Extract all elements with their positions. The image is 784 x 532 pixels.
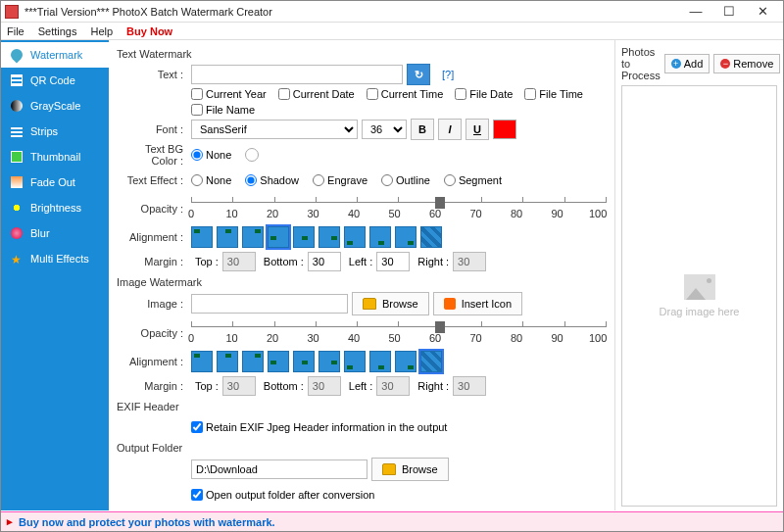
sidebar-item-brightness[interactable]: Brightness [1, 195, 109, 220]
align-ml[interactable] [268, 226, 289, 248]
image-margin-bottom [308, 376, 341, 396]
chk-current-date[interactable]: Current Date [278, 88, 355, 100]
text-help-link[interactable]: [?] [442, 69, 454, 80]
align-mr[interactable] [318, 226, 340, 248]
sidebar-item-label: Brightness [30, 202, 81, 214]
align-tc[interactable] [217, 226, 238, 248]
menu-buy-now[interactable]: Buy Now [126, 25, 172, 37]
chk-current-time[interactable]: Current Time [367, 88, 444, 100]
watermark-text-input[interactable] [191, 65, 403, 84]
photos-panel: Photos to Process +Add −Remove Drag imag… [614, 40, 783, 510]
align-bl[interactable] [344, 226, 366, 248]
menubar: File Settings Help Buy Now [1, 23, 783, 40]
text-opacity-slider[interactable]: 0102030405060708090100 [191, 194, 607, 223]
effect-engrave[interactable]: Engrave [313, 174, 368, 186]
close-button[interactable]: ✕ [746, 2, 779, 22]
image-label: Image : [117, 298, 191, 310]
text-margin-left[interactable] [376, 252, 410, 271]
ialign-ml[interactable] [268, 351, 289, 372]
ialign-tc[interactable] [217, 351, 238, 372]
ialign-mr[interactable] [318, 351, 340, 372]
menu-settings[interactable]: Settings [38, 25, 77, 37]
align-tile[interactable] [420, 226, 442, 248]
text-margin-bottom[interactable] [308, 252, 341, 271]
image-opacity-label: Opacity : [117, 327, 191, 339]
remove-photo-button[interactable]: −Remove [713, 54, 780, 73]
bg-color-label: Text BG Color : [117, 143, 191, 167]
image-margin-left [376, 376, 410, 396]
group-output: Output Folder [117, 442, 607, 454]
drop-hint: Drag image here [660, 306, 740, 317]
sidebar-item-watermark[interactable]: Watermark [1, 42, 109, 68]
chk-retain-exif[interactable]: Retain EXIF Jpeg Header information in t… [191, 421, 447, 433]
align-tl[interactable] [191, 226, 213, 248]
image-path-input[interactable] [191, 294, 348, 314]
effect-none[interactable]: None [191, 174, 231, 186]
ialign-bl[interactable] [344, 351, 366, 372]
bg-color-picker[interactable] [245, 148, 259, 162]
ialign-bc[interactable] [369, 351, 391, 372]
align-br[interactable] [395, 226, 416, 248]
add-photo-button[interactable]: +Add [664, 54, 710, 73]
sidebar-item-label: Multi Effects [30, 253, 89, 265]
window-title: ***Trial Version*** PhotoX Batch Waterma… [24, 6, 679, 18]
font-select[interactable]: SansSerif [191, 120, 358, 139]
underline-button[interactable]: U [466, 119, 489, 140]
sidebar-item-blur[interactable]: Blur [1, 220, 109, 246]
ialign-br[interactable] [395, 351, 416, 372]
sidebar-item-strips[interactable]: Strips [1, 119, 109, 144]
ialign-tl[interactable] [191, 351, 213, 372]
group-text-watermark: Text Watermark [117, 48, 607, 60]
sidebar-item-label: Thumbnail [30, 151, 80, 163]
bold-button[interactable]: B [411, 119, 434, 140]
star-icon: ★ [11, 253, 23, 265]
footer-message[interactable]: Buy now and protect your photos with wat… [19, 516, 275, 528]
chk-file-name[interactable]: File Name [191, 104, 255, 116]
maximize-button[interactable]: ☐ [712, 2, 746, 22]
text-label: Text : [117, 69, 191, 80]
align-tr[interactable] [242, 226, 264, 248]
image-opacity-slider[interactable]: 0102030405060708090100 [191, 318, 607, 348]
folder-icon [382, 463, 396, 475]
image-margin-top [222, 376, 256, 396]
italic-button[interactable]: I [438, 119, 462, 140]
menu-help[interactable]: Help [90, 25, 113, 37]
sidebar-item-fadeout[interactable]: Fade Out [1, 169, 109, 195]
effect-shadow[interactable]: Shadow [245, 174, 299, 186]
text-refresh-button[interactable]: ↻ [407, 64, 430, 85]
sidebar-item-label: Watermark [30, 49, 82, 61]
ialign-tile[interactable] [420, 351, 442, 372]
sidebar: Watermark QR Code GrayScale Strips Thumb… [1, 40, 109, 510]
menu-file[interactable]: File [7, 25, 24, 37]
ialign-mc[interactable] [293, 351, 315, 372]
droplet-icon [9, 47, 25, 64]
sidebar-item-label: Fade Out [30, 176, 75, 188]
align-bc[interactable] [369, 226, 391, 248]
drop-zone[interactable]: Drag image here [621, 85, 777, 507]
effect-segment[interactable]: Segment [444, 174, 502, 186]
chk-open-after[interactable]: Open output folder after conversion [191, 489, 374, 501]
font-size-select[interactable]: 36 [362, 120, 407, 139]
minimize-button[interactable]: — [679, 2, 712, 22]
minus-icon: − [720, 59, 730, 69]
sidebar-item-label: GrayScale [30, 100, 80, 112]
chk-current-year[interactable]: Current Year [191, 88, 267, 100]
chk-file-time[interactable]: File Time [524, 88, 583, 100]
output-folder-input[interactable] [191, 459, 368, 479]
sidebar-item-thumbnail[interactable]: Thumbnail [1, 144, 109, 169]
ialign-tr[interactable] [242, 351, 264, 372]
align-mc[interactable] [293, 226, 315, 248]
sidebar-item-grayscale[interactable]: GrayScale [1, 93, 109, 119]
chk-file-date[interactable]: File Date [455, 88, 513, 100]
image-browse-button[interactable]: Browse [352, 292, 429, 315]
sidebar-item-qrcode[interactable]: QR Code [1, 68, 109, 93]
output-browse-button[interactable]: Browse [371, 458, 449, 481]
sidebar-item-multieffects[interactable]: ★Multi Effects [1, 246, 109, 271]
insert-icon-button[interactable]: Insert Icon [433, 292, 522, 315]
effect-outline[interactable]: Outline [381, 174, 430, 186]
folder-icon [363, 298, 376, 310]
text-color-swatch[interactable] [493, 120, 516, 139]
text-margin-top [222, 252, 256, 271]
bg-none-radio[interactable]: None [191, 149, 231, 161]
sidebar-item-label: Strips [30, 125, 58, 137]
